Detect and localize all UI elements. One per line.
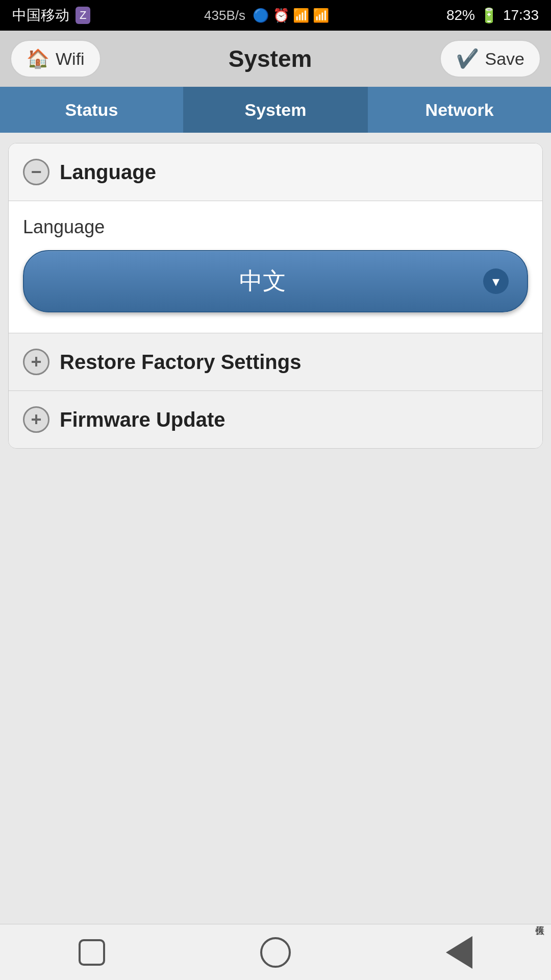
- status-left: 中国移动 Z: [12, 6, 90, 25]
- back-button[interactable]: [439, 932, 480, 973]
- battery-icon: 🔋: [480, 7, 498, 24]
- save-button[interactable]: ✔️ Save: [440, 40, 541, 78]
- status-right: 82% 🔋 17:33: [446, 7, 539, 24]
- tab-status-label: Status: [65, 100, 118, 120]
- carrier-label: 中国移动: [12, 6, 69, 25]
- restore-expand-icon: [23, 349, 49, 375]
- tab-status[interactable]: Status: [0, 87, 184, 133]
- settings-card: Language Language 中文 Restore Factory Set…: [8, 143, 543, 449]
- checkmark-icon: ✔️: [456, 48, 479, 69]
- recent-apps-button[interactable]: [71, 932, 112, 973]
- restore-factory-section[interactable]: Restore Factory Settings: [9, 333, 542, 391]
- wifi-button[interactable]: 🏠 Wifi: [10, 40, 101, 78]
- language-dropdown[interactable]: 中文: [23, 250, 528, 312]
- battery-label: 82%: [446, 7, 475, 23]
- app-icon: Z: [76, 7, 90, 24]
- back-nav-icon: [446, 936, 472, 969]
- firmware-update-title: Firmware Update: [60, 408, 226, 431]
- home-nav-icon: [260, 937, 291, 968]
- main-content: Language Language 中文 Restore Factory Set…: [0, 133, 551, 924]
- page-title: System: [229, 45, 312, 72]
- bottom-nav: [0, 924, 551, 980]
- language-field-label: Language: [23, 216, 528, 238]
- save-button-label: Save: [485, 49, 525, 69]
- language-section-title: Language: [60, 161, 156, 184]
- dropdown-arrow-icon: [483, 268, 509, 294]
- tab-network-label: Network: [425, 100, 494, 120]
- tab-system[interactable]: System: [184, 87, 368, 133]
- language-collapse-icon: [23, 159, 49, 185]
- network-speed: 435B/s: [204, 8, 245, 23]
- tab-system-label: System: [245, 100, 307, 120]
- wifi-button-label: Wifi: [56, 49, 85, 69]
- language-selected-value: 中文: [42, 265, 483, 297]
- language-section-content: Language 中文: [9, 201, 542, 333]
- top-nav: 🏠 Wifi System ✔️ Save: [0, 31, 551, 87]
- tab-network[interactable]: Network: [368, 87, 551, 133]
- firmware-update-section[interactable]: Firmware Update: [9, 391, 542, 448]
- status-bar: 中国移动 Z 435B/s 🔵 ⏰ 📶 📶 82% 🔋 17:33: [0, 0, 551, 31]
- home-button[interactable]: [255, 932, 296, 973]
- restore-factory-title: Restore Factory Settings: [60, 351, 301, 374]
- home-icon: 🏠: [27, 48, 49, 69]
- status-center: 435B/s 🔵 ⏰ 📶 📶: [204, 8, 333, 23]
- recent-apps-icon: [79, 939, 105, 966]
- time-label: 17:33: [503, 7, 539, 23]
- tab-bar: Status System Network: [0, 87, 551, 133]
- language-section-header[interactable]: Language: [9, 143, 542, 201]
- firmware-expand-icon: [23, 406, 49, 433]
